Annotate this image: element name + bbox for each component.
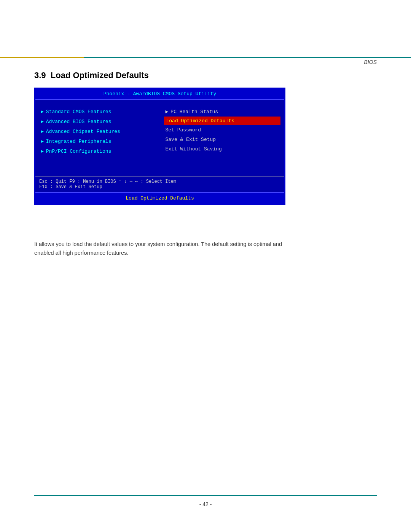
bios-label: BIOS [364, 59, 377, 65]
menu-label-pnp-pci: PnP/PCI Configurations [46, 149, 112, 154]
top-decorative-lines [0, 56, 411, 59]
bios-title-bar: Phoenix - AwardBIOS CMOS Setup Utility [35, 89, 284, 100]
menu-label-advanced-bios: Advanced BIOS Features [46, 119, 112, 125]
section-number: 3.9 [34, 70, 46, 80]
status-line-2: F10 : Save & Exit Setup [39, 184, 280, 190]
bios-menu-item-integrated-peripherals[interactable]: ▶ Integrated Peripherals [39, 136, 156, 146]
bios-screenshot: Phoenix - AwardBIOS CMOS Setup Utility ▶… [34, 88, 285, 205]
bios-right-column: ▶ PC Health Status Load Optimized Defaul… [160, 107, 281, 172]
teal-line [84, 57, 411, 58]
bios-status-bar: Esc : Quit F9 : Menu in BIOS ↑ ↓ → ← : S… [35, 176, 284, 192]
page-number: - 42 - [0, 501, 411, 507]
bios-menu-item-advanced-bios[interactable]: ▶ Advanced BIOS Features [39, 117, 156, 126]
menu-label-exit-without-saving: Exit Without Saving [166, 146, 222, 152]
description-content: It allows you to load the default values… [34, 241, 282, 256]
arrow-icon-1: ▶ [41, 109, 44, 115]
status-line-1: Esc : Quit F9 : Menu in BIOS ↑ ↓ → ← : S… [39, 179, 280, 184]
bottom-label-text: Load Optimized Defaults [126, 195, 194, 201]
bios-menu-item-pnp-pci[interactable]: ▶ PnP/PCI Configurations [39, 146, 156, 156]
bios-menu-item-set-password[interactable]: Set Password [164, 125, 281, 135]
arrow-icon-pc-health: ▶ [166, 109, 169, 115]
menu-label-integrated-peripherals: Integrated Peripherals [46, 139, 112, 144]
section-title-heading: Load Optimized Defaults [51, 70, 149, 80]
bios-bottom-bar: Load Optimized Defaults [35, 192, 284, 204]
section-heading: 3.9 Load Optimized Defaults [34, 70, 149, 80]
arrow-icon-5: ▶ [41, 148, 44, 154]
arrow-icon-3: ▶ [41, 128, 44, 134]
description-text: It allows you to load the default values… [34, 240, 285, 257]
arrow-icon-2: ▶ [41, 118, 44, 125]
menu-label-save-exit: Save & Exit Setup [166, 137, 216, 142]
bios-menu-item-load-optimized[interactable]: Load Optimized Defaults [164, 117, 281, 125]
bottom-decorative-line [34, 495, 377, 496]
menu-label-load-optimized: Load Optimized Defaults [166, 118, 234, 124]
gold-line [0, 57, 84, 58]
bios-menu-item-save-exit[interactable]: Save & Exit Setup [164, 135, 281, 144]
bios-left-column: ▶ Standard CMOS Features ▶ Advanced BIOS… [39, 107, 160, 172]
bios-main-content: ▶ Standard CMOS Features ▶ Advanced BIOS… [35, 100, 284, 176]
bios-title-text: Phoenix - AwardBIOS CMOS Setup Utility [104, 91, 216, 97]
menu-label-advanced-chipset: Advanced Chipset Features [46, 129, 120, 134]
menu-label-set-password: Set Password [166, 127, 201, 133]
arrow-icon-4: ▶ [41, 138, 44, 144]
bios-menu-item-standard-cmos[interactable]: ▶ Standard CMOS Features [39, 107, 156, 117]
bios-menu-item-pc-health[interactable]: ▶ PC Health Status [164, 107, 281, 117]
bios-menu-item-exit-without-saving[interactable]: Exit Without Saving [164, 144, 281, 154]
menu-label-standard-cmos: Standard CMOS Features [46, 109, 112, 115]
menu-label-pc-health: PC Health Status [170, 109, 218, 115]
bios-menu-item-advanced-chipset[interactable]: ▶ Advanced Chipset Features [39, 126, 156, 136]
